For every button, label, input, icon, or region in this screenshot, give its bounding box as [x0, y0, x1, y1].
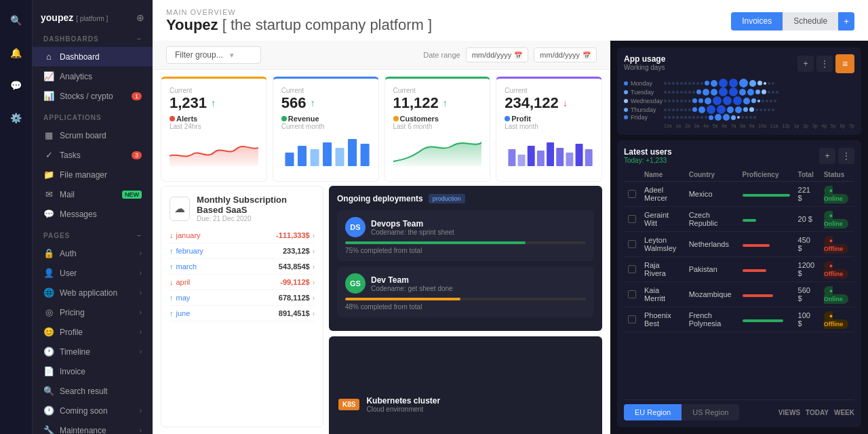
monthly-title: Monthly Subscription Based SaaS: [197, 195, 315, 215]
search-icon[interactable]: 🔍: [7, 11, 26, 30]
maintenance-icon: 🔧: [43, 425, 54, 434]
filter-group-select[interactable]: Filter group... ▼: [166, 46, 261, 64]
monthly-row-june: ↑ june 891,451$ ›: [170, 306, 315, 321]
users-add-button[interactable]: +: [819, 148, 835, 164]
app-usage-menu-button[interactable]: ⋮: [816, 56, 833, 72]
sidebar-item-scrum[interactable]: ▦ Scrum board: [33, 125, 153, 145]
bottom-section: ☁ Monthly Subscription Based SaaS Due: 2…: [153, 186, 610, 434]
status-badge: ● Offline: [824, 236, 849, 254]
sidebar-toggle[interactable]: ⊕: [136, 12, 144, 23]
deployments-title: Ongoing deployments: [337, 194, 423, 203]
svg-rect-11: [547, 142, 554, 166]
top-cards-row: Current 1,231 ↑ Alerts Last 24hrs: [153, 70, 610, 186]
eu-region-tab[interactable]: EU Region: [624, 404, 682, 420]
filter-bar: Filter group... ▼ Date range mm/dd/yyyy …: [153, 41, 610, 70]
sidebar-item-analytics[interactable]: 📈 Analytics: [33, 66, 153, 86]
users-today-count: Today: +1,233: [624, 157, 672, 164]
app-usage-title: App usage: [624, 54, 665, 64]
chat-icon[interactable]: 💬: [7, 76, 26, 95]
home-icon: ⌂: [43, 52, 54, 62]
customers-dot: [393, 116, 399, 121]
dev-avatar: GS: [345, 273, 366, 294]
dot-matrix-chart: Monday Tuesday: [624, 79, 854, 128]
sidebar-item-profile[interactable]: 😊 Profile ›: [33, 322, 153, 342]
messages-icon: 💬: [43, 209, 54, 219]
col-country: Country: [685, 168, 738, 182]
user-arrow: ›: [140, 269, 142, 277]
sidebar-item-pricing[interactable]: ◎ Pricing ›: [33, 302, 153, 322]
invoice-icon: 📄: [43, 366, 54, 376]
dot-row-wednesday: Wednesday: [624, 96, 854, 105]
table-row: Raja Rivera Pakistan 1200 $ ● Offline: [624, 257, 854, 282]
row-checkbox[interactable]: [628, 315, 636, 323]
sidebar-item-stocks[interactable]: 📊 Stocks / crypto 1: [33, 86, 153, 106]
subscription-icon: ☁: [170, 197, 190, 221]
svg-rect-13: [566, 153, 574, 166]
sidebar-item-coming-soon[interactable]: 🕐 Coming soon ›: [33, 401, 153, 420]
table-row: Phoenix Best French Polynesia 100 $ ● Of…: [624, 307, 854, 332]
row-checkbox[interactable]: [628, 215, 636, 223]
sidebar-item-user[interactable]: 👤 User ›: [33, 263, 153, 283]
sidebar-item-search-result[interactable]: 🔍 Search result: [33, 381, 153, 401]
card-campaigns: Current 566 ↑ Revenue Current month: [273, 77, 379, 182]
may-trend: ↑: [170, 294, 174, 302]
users-menu-button[interactable]: ⋮: [838, 148, 854, 164]
sidebar-item-file-manager[interactable]: 📁 File manager: [33, 165, 153, 184]
dev-progress-bar: [345, 298, 586, 300]
coming-soon-icon: 🕐: [43, 406, 54, 416]
sidebar-item-dashboard[interactable]: ⌂ Dashboard: [33, 47, 153, 66]
row-checkbox[interactable]: [628, 240, 636, 248]
card-users: Current 11,122 ↑ Customers Last 6 month: [384, 77, 491, 182]
profit-dot: [505, 116, 510, 121]
kubernetes-card: K8S Kubernetes cluster Cloud environment: [329, 336, 602, 434]
sidebar-item-timeline[interactable]: 🕐 Timeline ›: [33, 342, 153, 361]
february-trend: ↑: [170, 247, 174, 255]
page-title: Youpez [ the startup company platform ]: [166, 16, 432, 34]
date-from-input[interactable]: mm/dd/yyyy 📅: [466, 47, 529, 62]
monthly-row-april: ↓ april -99,112$ ›: [170, 275, 315, 290]
app-usage-filter-button[interactable]: ≡: [835, 54, 854, 73]
add-button[interactable]: +: [838, 12, 854, 31]
row-checkbox[interactable]: [628, 190, 636, 198]
profile-arrow: ›: [140, 328, 142, 336]
table-row: Leyton Walmsley Netherlands 450 $ ● Offl…: [624, 232, 854, 257]
app-usage-add-button[interactable]: +: [797, 56, 814, 72]
maintenance-arrow: ›: [140, 427, 142, 434]
pages-collapse[interactable]: −: [137, 232, 142, 239]
invoices-button[interactable]: Invoices: [731, 12, 783, 31]
sidebar-item-mail[interactable]: ✉ Mail NEW: [33, 184, 153, 204]
monthly-card: ☁ Monthly Subscription Based SaaS Due: 2…: [161, 186, 323, 427]
bell-icon[interactable]: 🔔: [7, 43, 26, 62]
svg-rect-10: [537, 151, 545, 166]
sidebar-item-web-application[interactable]: 🌐 Web application ›: [33, 283, 153, 302]
sidebar: 🔍 🔔 💬 ⚙️ youpez [ platform ] ⊕ DASHBOARD…: [0, 0, 153, 434]
dashboards-collapse[interactable]: −: [137, 35, 142, 43]
k8s-name: Kubernetes cluster: [366, 396, 440, 406]
profit-chart: [505, 136, 593, 173]
date-to-input[interactable]: mm/dd/yyyy 📅: [534, 47, 597, 62]
devops-avatar: DS: [345, 217, 366, 237]
sidebar-item-auth[interactable]: 🔒 Auth ›: [33, 243, 153, 263]
deploy-item-devops: DS Devops Team Codename: the sprint shee…: [337, 210, 594, 261]
k8s-badge: K8S: [338, 399, 359, 410]
sidebar-icon-column: 🔍 🔔 💬 ⚙️: [0, 0, 33, 434]
row-checkbox[interactable]: [628, 265, 636, 273]
dev-progress-label: 48% completed from total: [345, 303, 586, 311]
jun-arrow: ›: [313, 310, 315, 317]
schedule-button[interactable]: Schedule: [783, 12, 838, 31]
sidebar-item-maintenance[interactable]: 🔧 Maintenance ›: [33, 420, 153, 434]
dashboards-section: DASHBOARDS −: [33, 27, 153, 47]
settings-icon[interactable]: ⚙️: [7, 108, 26, 127]
svg-rect-14: [576, 144, 583, 166]
tasks-badge: 3: [132, 151, 142, 159]
devops-progress-fill: [345, 241, 526, 244]
pricing-icon: ◎: [43, 307, 54, 317]
sidebar-item-messages[interactable]: 💬 Messages: [33, 204, 153, 224]
row-checkbox[interactable]: [628, 290, 636, 298]
campaigns-trend-up: ↑: [310, 98, 315, 108]
sidebar-item-invoice[interactable]: 📄 Invoice: [33, 361, 153, 381]
sidebar-item-tasks[interactable]: ✓ Tasks 3: [33, 145, 153, 165]
deployments-card: Ongoing deployments production DS Devops…: [329, 186, 602, 331]
us-region-tab[interactable]: US Region: [682, 404, 739, 420]
dot-row-friday: Friday: [624, 114, 854, 121]
